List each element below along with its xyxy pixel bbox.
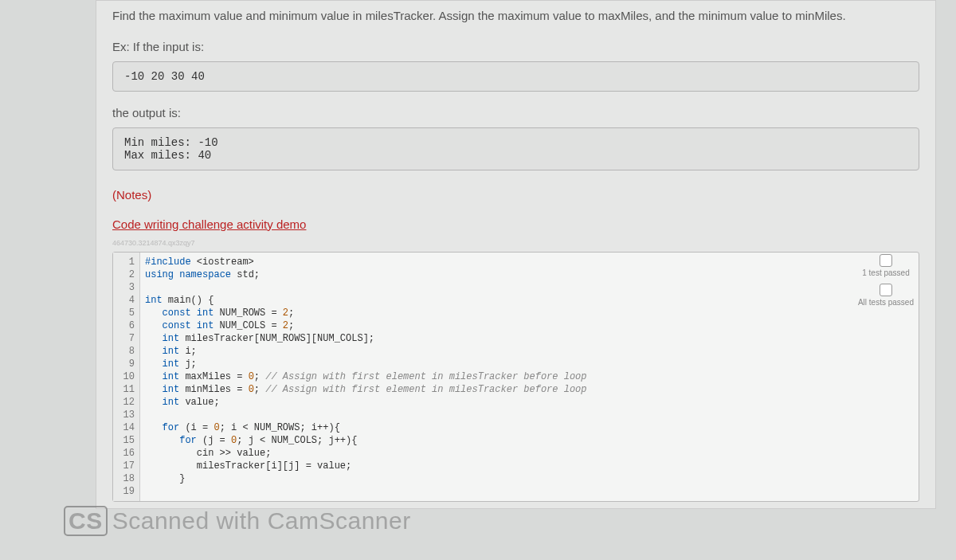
- code-token: for: [145, 435, 197, 446]
- code-token: ;: [288, 320, 294, 331]
- code-token: ;: [254, 371, 265, 382]
- code-token: milesTracker[i][j] = value;: [145, 460, 351, 472]
- all-tests-checkbox-icon: [880, 284, 892, 296]
- all-tests-label: All tests passed: [858, 298, 914, 307]
- code-token: j;: [179, 358, 197, 370]
- line-number: 14: [113, 421, 139, 434]
- exercise-panel: Find the maximum value and minimum value…: [96, 0, 936, 509]
- line-number: 6: [113, 319, 139, 332]
- code-token: 0: [214, 422, 219, 433]
- code-token: namespace: [174, 269, 231, 280]
- line-number: 5: [113, 307, 139, 319]
- code-token: const: [145, 307, 191, 319]
- line-gutter: 1 2 3 4 5 6 7 8 9 10 11 12 13 14 15 16 1…: [113, 253, 140, 501]
- code-token: int: [145, 371, 179, 382]
- code-token: i;: [179, 346, 197, 357]
- code-token: using: [145, 269, 174, 280]
- code-token: for: [145, 422, 179, 433]
- line-number: 19: [113, 485, 139, 498]
- code-token: 2: [283, 320, 288, 331]
- instruction-text: Find the maximum value and minimum value…: [96, 1, 935, 33]
- code-token: ; i < NUM_ROWS; i++){: [220, 422, 340, 433]
- code-token: (i =: [179, 422, 214, 433]
- code-token: milesTracker[NUM_ROWS][NUM_COLS];: [179, 333, 374, 344]
- code-token: maxMiles =: [179, 371, 248, 382]
- test-status-column: 1 test passed All tests passed: [858, 254, 914, 313]
- output-label: the output is:: [96, 98, 935, 121]
- code-token: }: [145, 473, 185, 484]
- line-number: 13: [113, 409, 139, 421]
- watermark-text: Scanned with CamScanner: [112, 507, 411, 534]
- code-token: int: [145, 358, 179, 370]
- code-token: int: [145, 346, 179, 357]
- line-number: 11: [113, 383, 139, 396]
- code-token: // Assign with first element in milesTra…: [265, 384, 586, 395]
- line-number: 15: [113, 434, 139, 447]
- code-token: int: [145, 295, 163, 306]
- code-token: // Assign with first element in milesTra…: [265, 371, 586, 382]
- code-token: cin >> value;: [145, 448, 271, 459]
- cs-badge-icon: CS: [64, 506, 108, 536]
- code-token: ; j < NUM_COLS; j++){: [237, 435, 357, 446]
- code-token: (j =: [197, 435, 231, 446]
- code-token: const: [145, 320, 191, 331]
- code-area[interactable]: #include <iostream> using namespace std;…: [140, 253, 592, 501]
- line-number: 2: [113, 268, 139, 281]
- line-number: 17: [113, 460, 139, 472]
- code-token: value;: [179, 397, 219, 408]
- code-token: main() {: [163, 295, 214, 306]
- activity-id: 464730.3214874.qx3zqy7: [96, 237, 935, 252]
- code-token: 0: [249, 371, 254, 382]
- code-token: int: [145, 333, 179, 344]
- one-test-label: 1 test passed: [862, 268, 909, 277]
- line-number: 3: [113, 281, 139, 294]
- example-output-block: Min miles: -10 Max miles: 40: [112, 127, 919, 170]
- line-number: 10: [113, 370, 139, 383]
- line-number: 12: [113, 396, 139, 409]
- one-test-checkbox-icon: [880, 254, 892, 267]
- code-token: int: [145, 397, 179, 408]
- code-token: minMiles =: [179, 384, 248, 395]
- scanner-watermark: CSScanned with CamScanner: [64, 506, 411, 536]
- code-token: <iostream>: [191, 257, 254, 268]
- line-number: 4: [113, 294, 139, 307]
- line-number: 18: [113, 472, 139, 485]
- code-token: 2: [283, 307, 288, 319]
- example-label: Ex: If the input is:: [96, 33, 935, 55]
- line-number: 9: [113, 358, 139, 370]
- line-number: 1: [113, 256, 139, 268]
- demo-link[interactable]: Code writing challenge activity demo: [96, 213, 322, 237]
- code-token: int: [191, 307, 214, 319]
- code-token: int: [145, 384, 179, 395]
- line-number: 7: [113, 332, 139, 345]
- notes-link[interactable]: (Notes): [96, 177, 935, 213]
- code-token: 0: [249, 384, 254, 395]
- line-number: 16: [113, 447, 139, 460]
- code-editor[interactable]: 1 2 3 4 5 6 7 8 9 10 11 12 13 14 15 16 1…: [112, 252, 919, 502]
- code-token: NUM_ROWS =: [214, 307, 282, 319]
- code-token: ;: [254, 384, 265, 395]
- example-input-block: -10 20 30 40: [112, 61, 919, 92]
- code-token: NUM_COLS =: [214, 320, 282, 331]
- line-number: 8: [113, 345, 139, 358]
- code-token: int: [191, 320, 214, 331]
- code-token: #include: [145, 257, 191, 268]
- code-token: ;: [288, 307, 294, 319]
- code-token: std;: [231, 269, 260, 280]
